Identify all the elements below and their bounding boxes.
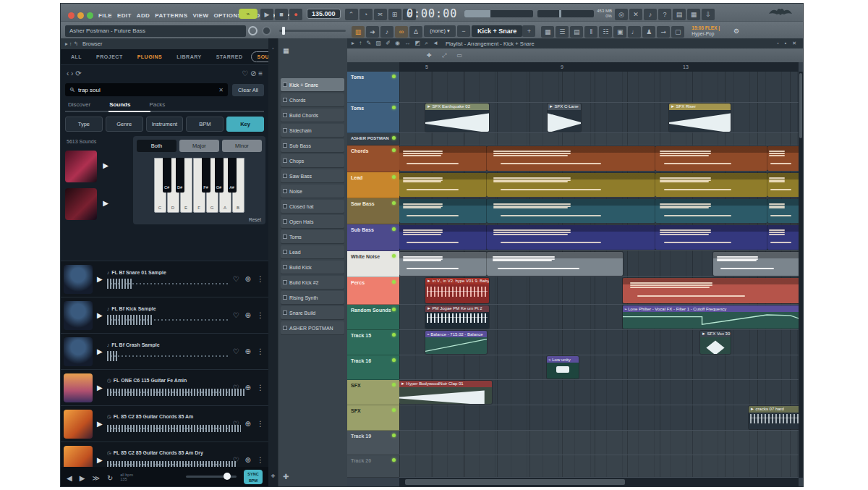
add-pattern-button[interactable]: ✚ — [283, 473, 289, 481]
clip-pattern[interactable] — [487, 225, 655, 250]
bell-icon[interactable]: ∆ — [409, 26, 422, 38]
track-mute-led[interactable] — [392, 333, 396, 337]
track-mute-led[interactable] — [392, 75, 396, 78]
play-button[interactable]: ▶ — [260, 9, 273, 20]
clip-pattern[interactable] — [487, 146, 655, 171]
add-icon[interactable]: ⊕ — [245, 275, 251, 283]
playlist-icon[interactable]: ▦ — [541, 26, 554, 38]
sample-play-button[interactable]: ▶ — [97, 456, 103, 464]
clip-audio[interactable]: ► SFX Earthquake 02 — [425, 104, 489, 132]
reset-link[interactable]: Reset — [249, 217, 261, 222]
track-mute-led[interactable] — [392, 148, 396, 152]
clip-audio[interactable]: ► SFX Vox 30 B — [700, 331, 731, 354]
track-mute-led[interactable] — [392, 458, 396, 462]
playlist-mini-toolbar[interactable]: ✚ ⤢ ▭ — [347, 48, 803, 62]
track-mute-led[interactable] — [392, 280, 396, 284]
mic-icon[interactable]: ♪ — [644, 9, 657, 20]
pattern-prev-button[interactable]: − — [457, 25, 470, 37]
track-lane[interactable] — [399, 72, 799, 103]
browser-tab-all[interactable]: ALL — [65, 51, 88, 62]
search-clear-icon[interactable]: ✕ — [218, 87, 224, 93]
browser-nav-icons[interactable]: ▸ ↑ ↰ — [65, 41, 78, 47]
clip-pattern[interactable] — [767, 173, 799, 197]
subtab-sounds[interactable]: Sounds — [109, 101, 130, 111]
browser-tab-library[interactable]: LIBRARY — [171, 51, 207, 62]
track-header-sfx[interactable]: SFX — [347, 405, 399, 431]
arrow-icon[interactable]: ➜ — [366, 26, 379, 38]
focus-selector[interactable]: (none) ▾ — [424, 25, 456, 37]
pattern-item[interactable]: Open Hats — [281, 215, 344, 228]
clip-audio[interactable]: ► SFX C-Lane — [548, 104, 581, 132]
pattern-item[interactable]: Build Chords — [281, 109, 344, 122]
window-traffic-lights[interactable] — [68, 9, 96, 22]
link-icon[interactable]: ∞ — [395, 26, 408, 38]
tempo-display[interactable]: 135.000 — [307, 9, 341, 19]
pattern-item[interactable]: Lead — [281, 245, 344, 258]
countdown-icon[interactable]: ◔ — [359, 9, 373, 20]
add-icon[interactable]: ⊕ — [245, 456, 251, 464]
close-button[interactable] — [68, 12, 75, 19]
clip-pattern[interactable] — [487, 252, 623, 276]
key-mode-minor[interactable]: Minor — [222, 140, 262, 152]
piano-key-Cs[interactable]: C# — [163, 158, 171, 193]
menu-view[interactable]: VIEW — [192, 12, 208, 19]
more-icon[interactable]: ⋮ — [257, 384, 264, 392]
track-mute-led[interactable] — [392, 408, 396, 412]
track-mute-led[interactable] — [392, 434, 396, 437]
more-icon[interactable]: ⋮ — [257, 275, 264, 283]
menu-file[interactable]: FILE — [98, 12, 112, 19]
sample-row[interactable]: ▶♪FL Bf Kick Sample♡⊕⋮ — [61, 297, 268, 333]
options-icon[interactable]: ▢ — [671, 26, 684, 38]
clip-pattern[interactable] — [399, 146, 487, 171]
browser-tab-project[interactable]: PROJECT — [90, 51, 129, 62]
clip-pattern[interactable] — [713, 252, 799, 276]
preview-volume-slider[interactable] — [186, 476, 237, 478]
record-button[interactable]: ● — [289, 9, 302, 20]
pack-art-thumbnail[interactable]: ▶ — [65, 188, 97, 220]
clip-audio[interactable]: ► SFX Riser — [669, 104, 731, 132]
playlist-titlebar[interactable]: ▸ ↑ ✎ ▨ ✐ ◉ ↔ ◩ ⌕ ◄ Playlist - Arrangeme… — [347, 38, 803, 48]
pattern-next-button[interactable]: + — [522, 25, 535, 37]
filter-chip-genre[interactable]: Genre — [106, 117, 143, 132]
save-icon[interactable]: ▤ — [673, 9, 686, 20]
add-icon[interactable]: ⊕ — [245, 311, 251, 319]
clip-pattern[interactable] — [767, 225, 799, 250]
pattern-item[interactable]: Build Kick #2 — [281, 276, 344, 289]
pattern-item[interactable]: Toms — [281, 230, 344, 243]
track-mute-led[interactable] — [392, 358, 396, 362]
clip-pattern[interactable] — [399, 252, 487, 276]
track-header-sub-bass[interactable]: Sub Bass — [347, 224, 399, 251]
track-header-toms[interactable]: Toms — [347, 103, 399, 133]
track-header-asher-postman[interactable]: ASHER POSTMAN — [347, 133, 399, 145]
timeline-ruler[interactable]: 5913 — [399, 62, 799, 72]
scissors-icon[interactable]: ✕ — [629, 9, 642, 20]
clip-audio[interactable]: ► cracks 07 hard — [749, 406, 799, 429]
sample-row[interactable]: ▶◷FL 85 C2 85 Guitar Chords 85 Am♡⊕⋮ — [61, 405, 268, 442]
track-mute-led[interactable] — [392, 106, 396, 109]
pat-song-switch[interactable]: ⌁ — [239, 9, 258, 19]
clip-pattern[interactable] — [487, 199, 655, 223]
more-icon[interactable]: ⋮ — [257, 420, 264, 428]
playlist-hscrollbar[interactable] — [399, 478, 799, 486]
add-icon[interactable]: ✚ — [268, 473, 278, 479]
track-lane[interactable] — [399, 431, 799, 455]
more-icon[interactable]: ⋮ — [257, 347, 264, 355]
master-volume-knob[interactable] — [262, 26, 271, 35]
loop-record-icon[interactable]: ⊞ — [388, 9, 401, 20]
playlist-window-buttons[interactable]: ▫ ▪ ✕ — [777, 41, 799, 46]
add-icon[interactable]: ⊕ — [245, 420, 251, 428]
piano-roll-icon[interactable]: ☰ — [556, 26, 569, 38]
sample-row[interactable]: ▶◷FL ONE C6 115 Guitar Fe Amin♡⊕⋮ — [61, 369, 268, 405]
pattern-progress-bar[interactable] — [537, 10, 594, 17]
project-picker-icon[interactable]: ▣ — [613, 26, 626, 38]
tempo-tap-icon[interactable]: ♟ — [642, 26, 655, 38]
download-icon[interactable]: ⇩ — [702, 9, 715, 20]
add-icon[interactable]: ⊕ — [245, 384, 251, 392]
sample-play-button[interactable]: ▶ — [97, 420, 103, 428]
channel-rack-icon[interactable]: ▥ — [352, 26, 365, 38]
project-title-field[interactable]: Asher Postman - Future Bass — [65, 25, 246, 37]
sync-bpm-button[interactable]: SYNCBPM — [244, 470, 263, 484]
sample-play-button[interactable]: ▶ — [97, 311, 103, 319]
pattern-item[interactable]: Chords — [281, 93, 344, 106]
filter-chip-key[interactable]: Key — [226, 117, 264, 132]
